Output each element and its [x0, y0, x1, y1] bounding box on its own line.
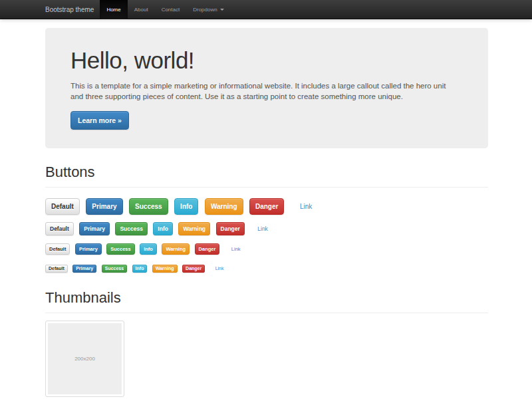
nav-link-about[interactable]: About: [128, 0, 155, 19]
hero-unit: Hello, world! This is a template for a s…: [45, 28, 488, 148]
nav-item-about: About: [128, 0, 155, 19]
info-button-lg[interactable]: Info: [174, 198, 198, 215]
info-button-md[interactable]: Info: [153, 222, 173, 235]
success-button-md[interactable]: Success: [115, 222, 148, 235]
placeholder-image: 200x200: [48, 323, 122, 394]
nav-item-dropdown: Dropdown: [186, 0, 230, 19]
default-button-xs[interactable]: Default: [45, 265, 68, 273]
default-button-lg[interactable]: Default: [45, 198, 80, 215]
nav-link-contact[interactable]: Contact: [155, 0, 187, 19]
link-button-sm[interactable]: Link: [228, 244, 244, 254]
placeholder-label: 200x200: [74, 356, 95, 362]
hero-text: This is a template for a simple marketin…: [70, 80, 463, 102]
button-row-xsmall: Default Primary Success Info Warning Dan…: [45, 262, 488, 274]
primary-button-sm[interactable]: Primary: [75, 243, 102, 255]
thumbnail[interactable]: 200x200: [45, 321, 124, 397]
info-button-sm[interactable]: Info: [140, 243, 157, 255]
danger-button-xs[interactable]: Danger: [182, 265, 205, 273]
buttons-section-header: Buttons: [45, 164, 488, 188]
danger-button-sm[interactable]: Danger: [195, 243, 220, 255]
hero-text-line2: and three supporting pieces of content. …: [70, 92, 403, 100]
button-row-small: Default Primary Success Info Warning Dan…: [45, 243, 488, 255]
info-button-xs[interactable]: Info: [132, 265, 148, 273]
learn-more-button[interactable]: Learn more »: [70, 111, 129, 130]
link-button-lg[interactable]: Link: [295, 199, 317, 214]
hero-text-line1: This is a template for a simple marketin…: [70, 82, 446, 90]
warning-button-lg[interactable]: Warning: [205, 198, 243, 215]
thumbnails-section-title: Thumbnails: [45, 289, 488, 307]
primary-button-xs[interactable]: Primary: [72, 265, 96, 273]
hero-title: Hello, world!: [70, 47, 463, 74]
thumbnails-section-header: Thumbnails: [45, 289, 488, 313]
primary-button-lg[interactable]: Primary: [86, 198, 122, 215]
success-button-sm[interactable]: Success: [106, 243, 134, 255]
navbar: Bootstrap theme Home About Contact Dropd…: [0, 0, 532, 19]
button-row-default: Default Primary Success Info Warning Dan…: [45, 222, 488, 235]
danger-button-lg[interactable]: Danger: [249, 198, 284, 215]
link-button-md[interactable]: Link: [253, 223, 272, 235]
warning-button-xs[interactable]: Warning: [152, 265, 178, 273]
caret-down-icon: [220, 9, 224, 11]
default-button-sm[interactable]: Default: [45, 243, 70, 255]
link-button-xs[interactable]: Link: [213, 265, 227, 272]
nav-link-home[interactable]: Home: [100, 0, 127, 19]
nav-link-dropdown[interactable]: Dropdown: [186, 0, 230, 19]
nav-item-home: Home: [100, 0, 127, 19]
danger-button-md[interactable]: Danger: [216, 222, 245, 235]
warning-button-sm[interactable]: Warning: [162, 243, 190, 255]
main-container: Hello, world! This is a template for a s…: [45, 28, 488, 397]
primary-button-md[interactable]: Primary: [79, 222, 110, 235]
navbar-menu: Home About Contact Dropdown: [100, 0, 230, 19]
buttons-section-title: Buttons: [45, 164, 488, 181]
default-button-md[interactable]: Default: [45, 222, 74, 235]
success-button-lg[interactable]: Success: [129, 198, 168, 215]
button-row-large: Default Primary Success Info Warning Dan…: [45, 198, 488, 215]
nav-dropdown-label: Dropdown: [193, 7, 217, 13]
success-button-xs[interactable]: Success: [102, 265, 127, 273]
navbar-brand[interactable]: Bootstrap theme: [45, 0, 94, 19]
warning-button-md[interactable]: Warning: [178, 222, 210, 235]
nav-item-contact: Contact: [155, 0, 187, 19]
